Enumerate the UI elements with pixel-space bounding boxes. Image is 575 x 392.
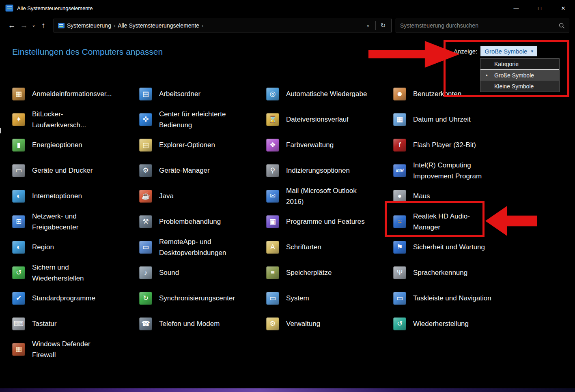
item-maus[interactable]: ●Maus — [393, 183, 520, 209]
minimize-button[interactable]: — — [504, 0, 528, 16]
item-label: Region — [32, 242, 54, 253]
item-label: Problembehandlung — [159, 216, 221, 227]
view-control: Anzeige: Große Symbole ▾ — [454, 46, 537, 56]
item-label: Netzwerk- und Freigabecenter — [32, 211, 115, 233]
item-region[interactable]: ◐Region — [12, 234, 139, 260]
item-label: Speicherplätze — [286, 267, 332, 278]
item-label: Taskleiste und Navigation — [413, 293, 491, 304]
breadcrumb[interactable]: Systemsteuerung › Alle Systemsteuerungse… — [54, 19, 392, 32]
item-dateiversionsverlauf[interactable]: ⌛Dateiversionsverlauf — [266, 107, 393, 132]
item-bitlocker[interactable]: ✦BitLocker-Laufwerkversch... — [12, 107, 139, 132]
user-accounts-icon: ☻ — [393, 88, 406, 101]
item-geraete-manager[interactable]: ⚙Geräte-Manager — [139, 158, 266, 183]
item-label: Farbverwaltung — [286, 139, 334, 150]
keyboard-icon: ⌨ — [12, 317, 25, 330]
item-sound[interactable]: ♪Sound — [139, 260, 266, 285]
control-panel-icon — [6, 5, 13, 11]
search-input[interactable] — [400, 22, 556, 29]
item-label: Dateiversionsverlauf — [286, 114, 349, 125]
item-verwaltung[interactable]: ⚙Verwaltung — [266, 311, 393, 336]
item-indizierungsoptionen[interactable]: ⚲Indizierungsoptionen — [266, 158, 393, 183]
view-dropdown-button[interactable]: Große Symbole ▾ — [480, 46, 537, 56]
administrative-tools-icon: ⚙ — [266, 317, 279, 330]
view-menu-item-kategorie[interactable]: Kategorie — [480, 59, 559, 70]
item-wiederherstellung[interactable]: ↺Wiederherstellung — [393, 311, 520, 336]
flash-player-icon: f — [393, 139, 406, 152]
item-explorer-optionen[interactable]: ▤Explorer-Optionen — [139, 132, 266, 158]
item-system[interactable]: ▭System — [266, 285, 393, 311]
item-label: Indizierungsoptionen — [286, 165, 350, 176]
date-time-icon: ▦ — [393, 113, 406, 126]
item-label: Sichern und Wiederherstellen — [32, 262, 115, 284]
item-standardprogramme[interactable]: ✔Standardprogramme — [12, 285, 139, 311]
item-tastatur[interactable]: ⌨Tastatur — [12, 311, 139, 336]
close-button[interactable]: ✕ — [551, 0, 575, 16]
item-label: Automatische Wiedergabe — [286, 88, 367, 99]
work-folders-icon: ▤ — [139, 88, 152, 101]
item-mail-outlook[interactable]: ✉Mail (Microsoft Outlook 2016) — [266, 183, 393, 209]
item-telefon-und-modem[interactable]: ☎Telefon und Modem — [139, 311, 266, 336]
item-label: Energieoptionen — [32, 139, 82, 150]
item-internetoptionen[interactable]: ◐Internetoptionen — [12, 183, 139, 209]
maximize-button[interactable]: □ — [528, 0, 551, 16]
navigation-bar: ← → ∨ ↑ Systemsteuerung › Alle Systemste… — [0, 16, 575, 35]
breadcrumb-separator-icon[interactable]: › — [202, 23, 203, 29]
java-icon: ☕ — [139, 190, 152, 203]
item-label: Intel(R) Computing Improvement Program — [413, 160, 496, 182]
breadcrumb-alle-systemsteuerungselemente[interactable]: Alle Systemsteuerungselemente — [115, 22, 202, 29]
item-problembehandlung[interactable]: ⚒Problembehandlung — [139, 209, 266, 234]
item-arbeitsordner[interactable]: ▤Arbeitsordner — [139, 81, 266, 107]
speech-recognition-icon: Ψ — [393, 266, 406, 279]
indexing-options-icon: ⚲ — [266, 164, 279, 177]
item-spracherkennung[interactable]: ΨSpracherkennung — [393, 260, 520, 285]
forward-icon[interactable]: → — [18, 21, 30, 30]
item-farbverwaltung[interactable]: ❖Farbverwaltung — [266, 132, 393, 158]
item-geraete-und-drucker[interactable]: ▭Geräte und Drucker — [12, 158, 139, 183]
control-panel-small-icon — [58, 23, 65, 28]
item-taskleiste-und-navigation[interactable]: ▭Taskleiste und Navigation — [393, 285, 520, 311]
view-menu-item-kleine-symbole[interactable]: Kleine Symbole — [480, 81, 559, 92]
bitlocker-icon: ✦ — [12, 113, 25, 126]
search-box[interactable] — [396, 19, 569, 32]
item-java[interactable]: ☕Java — [139, 183, 266, 209]
item-sicherheit-und-wartung[interactable]: ⚑Sicherheit und Wartung — [393, 234, 520, 260]
address-dropdown-icon[interactable]: ∨ — [362, 24, 374, 28]
item-label: Spracherkennung — [413, 267, 467, 278]
item-synchronisierungscenter[interactable]: ↻Synchronisierungscenter — [139, 285, 266, 311]
item-datum-und-uhrzeit[interactable]: ▦Datum und Uhrzeit — [393, 107, 520, 132]
item-label: Windows Defender Firewall — [32, 338, 115, 360]
item-programme-und-features[interactable]: ▣Programme und Features — [266, 209, 393, 234]
item-label: Datum und Uhrzeit — [413, 114, 471, 125]
item-label: Explorer-Optionen — [159, 139, 215, 150]
item-erleichterte-bedienung[interactable]: ✜Center für erleichterte Bedienung — [139, 107, 266, 132]
credential-manager-icon: ▦ — [12, 88, 25, 101]
item-netzwerk-freigabecenter[interactable]: ⊞Netzwerk- und Freigabecenter — [12, 209, 139, 234]
item-flash-player[interactable]: fFlash Player (32-Bit) — [393, 132, 520, 158]
refresh-icon[interactable]: ↻ — [377, 22, 389, 29]
explorer-options-icon: ▤ — [139, 139, 152, 152]
item-label: Tastatur — [32, 318, 56, 329]
security-maintenance-icon: ⚑ — [393, 241, 406, 254]
item-realtek-hd-audio-manager[interactable]: ≈Realtek HD Audio-Manager — [393, 209, 520, 234]
up-icon[interactable]: ↑ — [37, 21, 50, 30]
item-speicherplaetze[interactable]: ≡Speicherplätze — [266, 260, 393, 285]
view-dropdown-menu: Kategorie●Große SymboleKleine Symbole — [480, 58, 560, 92]
item-remoteapp-desktopverbindungen[interactable]: ▭RemoteApp- und Desktopverbindungen — [139, 234, 266, 260]
item-sichern-und-wiederherstellen[interactable]: ↺Sichern und Wiederherstellen — [12, 260, 139, 285]
item-intel-computing-improvement[interactable]: intelIntel(R) Computing Improvement Prog… — [393, 158, 520, 183]
view-menu-item-gro-e-symbole[interactable]: ●Große Symbole — [480, 70, 559, 81]
item-anmeldeinformationsverwaltung[interactable]: ▦Anmeldeinformationsver... — [12, 81, 139, 107]
sound-icon: ♪ — [139, 266, 152, 279]
control-panel-items-grid: ▦Anmeldeinformationsver...▤Arbeitsordner… — [12, 81, 520, 362]
screen-edge-mark — [0, 128, 1, 133]
recovery-icon: ↺ — [393, 317, 406, 330]
item-automatische-wiedergabe[interactable]: ◎Automatische Wiedergabe — [266, 81, 393, 107]
item-windows-defender-firewall[interactable]: ▦Windows Defender Firewall — [12, 336, 139, 362]
item-label: RemoteApp- und Desktopverbindungen — [159, 236, 242, 258]
breadcrumb-systemsteuerung[interactable]: Systemsteuerung — [65, 22, 114, 29]
item-energieoptionen[interactable]: ▮Energieoptionen — [12, 132, 139, 158]
item-label: Wiederherstellung — [413, 318, 469, 329]
back-icon[interactable]: ← — [6, 21, 18, 30]
history-dropdown-icon[interactable]: ∨ — [30, 24, 37, 28]
item-schriftarten[interactable]: ASchriftarten — [266, 234, 393, 260]
